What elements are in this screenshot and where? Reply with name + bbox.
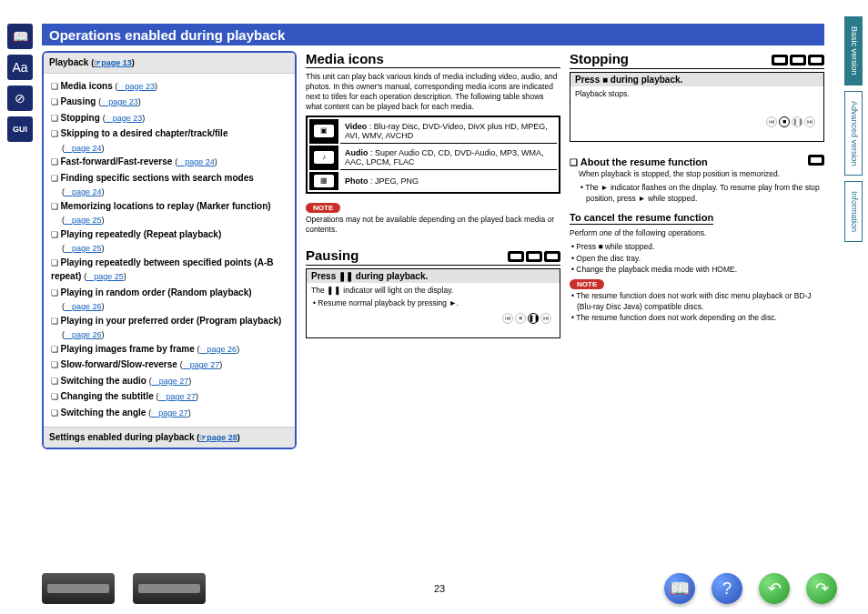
resume-text: When playback is stopped, the stop posit…: [579, 169, 824, 179]
remote-diagram: ⏮ ■ ❚❚ ⏭: [762, 89, 819, 138]
media-type-icons: [772, 55, 824, 65]
book-icon[interactable]: 📖: [7, 24, 33, 49]
media-type-icons: [508, 251, 560, 262]
table-row: ▦Photo : JPEG, PNG: [309, 172, 557, 190]
toc-column: Playback (page 13) Media icons (page 23)…: [42, 24, 297, 569]
page-link[interactable]: page 25: [86, 272, 124, 281]
page-link[interactable]: page 27: [151, 408, 188, 418]
cancel-resume-title: To cancel the resume function: [570, 212, 713, 225]
help-button[interactable]: ?: [712, 573, 742, 604]
page-link[interactable]: page 24: [177, 157, 215, 166]
toc-box: Playback (page 13) Media icons (page 23)…: [42, 51, 297, 449]
media-icons-intro: This unit can play back various kinds of…: [306, 72, 560, 112]
video-icon: [508, 251, 524, 262]
device-rear-icon[interactable]: [133, 573, 206, 604]
pausing-box: Press ❚❚ during playback. The ❚❚ indicat…: [306, 268, 560, 338]
page-link[interactable]: page 26: [65, 330, 102, 339]
page-link[interactable]: page 24: [65, 144, 102, 153]
prev-page-button[interactable]: ↶: [759, 573, 790, 604]
resume-function-title: About the resume function: [570, 156, 708, 167]
photo-icon: [544, 251, 560, 262]
audio-icon: ♪: [309, 146, 338, 170]
center-column: Media icons This unit can play back vari…: [306, 24, 560, 569]
media-icons-title: Media icons: [306, 51, 560, 68]
device-front-icon[interactable]: [42, 573, 115, 604]
device-thumbnails: [42, 573, 206, 604]
page-content: Playback (page 13) Media icons (page 23)…: [42, 24, 837, 569]
video-icon: [772, 55, 788, 65]
remote-diagram: ⏮ ■ ❚❚ ⏭: [499, 286, 555, 335]
left-sidebar: 📖 Aa ⊘ GUI: [7, 24, 35, 142]
tab-information[interactable]: Information: [844, 181, 863, 242]
right-column: Stopping Press ■ during playback. Playba…: [570, 24, 824, 569]
stopping-box: Press ■ during playback. Playback stops.…: [570, 72, 824, 142]
pausing-press-label: Press ❚❚ during playback.: [307, 269, 560, 283]
page-link[interactable]: page 23: [106, 114, 143, 123]
audio-icon: [790, 55, 806, 65]
contents-button[interactable]: 📖: [664, 573, 695, 604]
tab-basic-version[interactable]: Basic version: [844, 16, 863, 86]
right-tabs: Basic version Advanced version Informati…: [844, 16, 863, 242]
page-link[interactable]: page 23: [118, 82, 156, 91]
page-link[interactable]: page 26: [200, 345, 237, 354]
next-page-button[interactable]: ↷: [806, 573, 837, 604]
photo-icon: ▦: [309, 172, 338, 190]
note-badge: NOTE: [570, 279, 604, 289]
page-link[interactable]: page 25: [65, 216, 102, 225]
globe-icon[interactable]: ⊘: [7, 86, 33, 111]
page-link[interactable]: page 23: [101, 97, 138, 106]
tab-advanced-version[interactable]: Advanced version: [844, 91, 863, 176]
pause-button-icon: ❚❚: [528, 313, 539, 324]
video-icon: [808, 155, 824, 166]
stopping-press-label: Press ■ during playback.: [570, 73, 823, 86]
audio-icon: [526, 251, 542, 262]
page-link[interactable]: page 28: [199, 433, 237, 442]
aa-icon[interactable]: Aa: [7, 55, 33, 80]
stopping-title: Stopping: [570, 51, 629, 66]
media-table: ▣Video : Blu-ray Disc, DVD-Video, DivX p…: [306, 116, 560, 194]
page-link[interactable]: page 27: [152, 377, 189, 386]
note-badge: NOTE: [306, 203, 340, 213]
toc-footer-label: Settings enabled during playback: [49, 432, 194, 442]
toc-body: Media icons (page 23) Pausing (page 23) …: [44, 74, 295, 428]
note-text: Operations may not be available dependin…: [306, 215, 560, 235]
page-link[interactable]: page 27: [159, 392, 197, 401]
bottom-bar: 23 📖 ? ↶ ↷: [42, 570, 837, 607]
toc-header: Playback (page 13): [44, 53, 295, 74]
toc-footer: Settings enabled during playback (page 2…: [44, 427, 295, 448]
table-row: ♪Audio : Super Audio CD, CD, DVD-Audio, …: [309, 146, 557, 170]
video-icon: ▣: [309, 119, 338, 144]
table-row: ▣Video : Blu-ray Disc, DVD-Video, DivX p…: [309, 119, 557, 144]
pausing-title: Pausing: [306, 247, 358, 263]
page-link[interactable]: page 26: [65, 302, 102, 311]
page-number: 23: [434, 583, 445, 594]
page-link[interactable]: page 25: [65, 244, 102, 253]
page-link[interactable]: page 24: [65, 187, 102, 196]
page-link[interactable]: page 27: [183, 360, 220, 369]
gui-icon[interactable]: GUI: [7, 116, 33, 142]
toc-header-label: Playback: [49, 57, 88, 67]
stop-button-icon: ■: [779, 116, 790, 127]
photo-icon: [808, 55, 824, 65]
nav-buttons: 📖 ? ↶ ↷: [664, 573, 837, 604]
page-link[interactable]: page 13: [94, 58, 132, 67]
